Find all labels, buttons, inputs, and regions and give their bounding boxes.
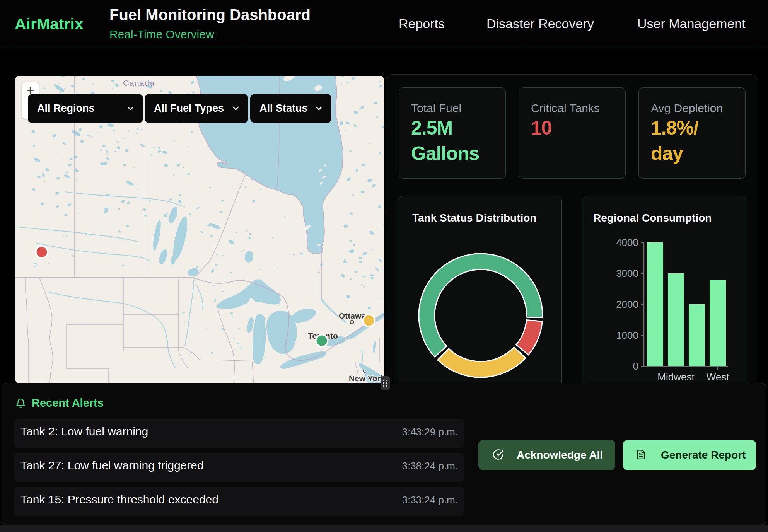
svg-text:4000: 4000 — [616, 237, 638, 248]
svg-text:West: West — [707, 371, 730, 383]
svg-text:New York: New York — [349, 374, 384, 383]
svg-text:Canada: Canada — [123, 78, 155, 87]
svg-text:2000: 2000 — [616, 298, 638, 310]
svg-text:Midwest: Midwest — [657, 371, 695, 383]
svg-text:0: 0 — [633, 360, 638, 372]
svg-text:1000: 1000 — [616, 329, 638, 341]
svg-text:Ottawa: Ottawa — [339, 311, 366, 320]
svg-text:3000: 3000 — [616, 268, 638, 279]
